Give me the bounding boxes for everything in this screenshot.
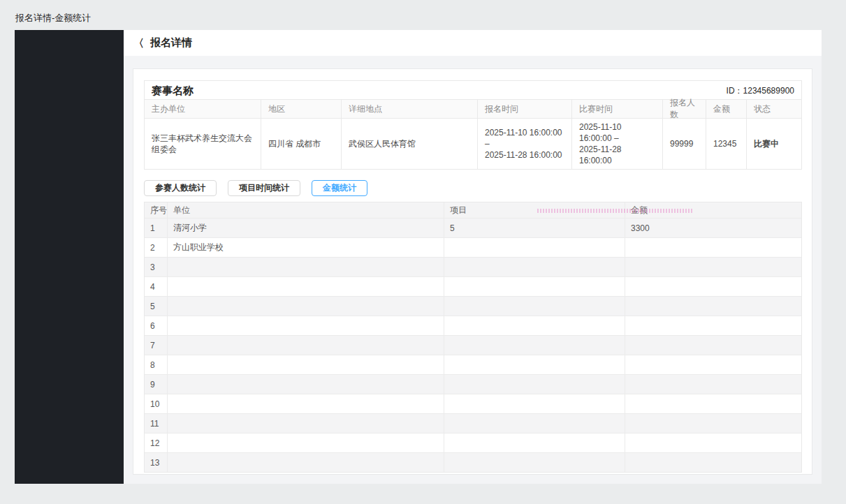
table-cell: 3300 (625, 218, 801, 237)
event-col-header: 报名人数 (663, 100, 706, 118)
table-cell (444, 316, 625, 335)
event-title-row: 赛事名称 ID：12345689900 (145, 81, 801, 99)
table-cell (444, 414, 625, 433)
table-cell (168, 355, 444, 374)
event-col-header: 比赛时间 (572, 100, 663, 118)
table-cell: 方山职业学校 (168, 238, 444, 257)
table-cell: 4 (145, 277, 168, 296)
table-cell (625, 336, 801, 355)
table-cell (444, 297, 625, 316)
table-cell (444, 375, 625, 394)
table-cell (168, 258, 444, 276)
table-cell (444, 433, 625, 452)
stats-col-header: 项目 (444, 202, 625, 218)
tab-0[interactable]: 参赛人数统计 (144, 180, 217, 196)
event-section-title: 赛事名称 (152, 84, 194, 98)
table-cell (625, 258, 801, 276)
table-cell (625, 355, 801, 374)
table-cell (625, 238, 801, 257)
table-cell: 5 (444, 218, 625, 237)
event-table-row: 张三丰杯武术养生交流大会组委会四川省 成都市武侯区人民体育馆2025-11-10… (145, 118, 801, 169)
table-cell: 2 (145, 238, 168, 257)
table-cell (444, 258, 625, 276)
table-row: 5 (145, 296, 801, 316)
event-cell: 2025-11-10 16:00:00 – 2025-11-28 16:00:0… (572, 119, 663, 169)
table-cell: 7 (145, 336, 168, 355)
table-cell: 5 (145, 297, 168, 316)
stats-col-header: 金额 (625, 202, 801, 218)
table-cell (168, 394, 444, 413)
event-col-header: 状态 (747, 100, 801, 118)
status-badge: 比赛中 (747, 119, 801, 169)
table-row: 2方山职业学校 (145, 237, 801, 257)
table-cell: 6 (145, 316, 168, 335)
page-title: 报名详情-金额统计 (15, 12, 91, 24)
table-cell (625, 414, 801, 433)
detail-panel: 赛事名称 ID：12345689900 主办单位地区详细地点报名时间比赛时间报名… (133, 68, 812, 475)
sidebar (15, 30, 124, 484)
tab-1[interactable]: 项目时间统计 (228, 180, 300, 196)
table-cell (625, 453, 801, 472)
table-cell (444, 394, 625, 413)
table-row: 10 (145, 394, 801, 413)
stats-table-body: 1清河小学533002方山职业学校345678910111213 (145, 218, 801, 472)
event-info-box: 赛事名称 ID：12345689900 主办单位地区详细地点报名时间比赛时间报名… (144, 80, 802, 170)
table-cell (625, 277, 801, 296)
table-cell: 12 (145, 433, 168, 452)
event-cell: 张三丰杯武术养生交流大会组委会 (145, 119, 261, 169)
event-cell: 四川省 成都市 (261, 119, 342, 169)
back-icon[interactable]: 〈 (133, 38, 144, 48)
stats-table: 序号单位项目金额 1清河小学533002方山职业学校34567891011121… (144, 202, 802, 473)
event-time-range: 2025-11-10 16:00:00 – 2025-11-28 16:00:0… (485, 127, 564, 161)
event-table-header: 主办单位地区详细地点报名时间比赛时间报名人数金额状态 (145, 99, 801, 118)
event-cell: 2025-11-10 16:00:00 – 2025-11-28 16:00:0… (478, 119, 572, 169)
stats-table-header: 序号单位项目金额 (145, 202, 801, 218)
event-col-header: 主办单位 (145, 100, 261, 118)
table-row: 9 (145, 374, 801, 394)
table-cell: 9 (145, 375, 168, 394)
event-id: ID：12345689900 (727, 85, 794, 97)
table-cell: 10 (145, 394, 168, 413)
table-cell (168, 316, 444, 335)
table-cell (168, 336, 444, 355)
table-cell: 清河小学 (168, 218, 444, 237)
table-cell (625, 316, 801, 335)
table-cell: 3 (145, 258, 168, 276)
table-row: 8 (145, 355, 801, 374)
table-cell (444, 336, 625, 355)
table-cell (168, 277, 444, 296)
table-cell (168, 453, 444, 472)
table-row: 12 (145, 433, 801, 452)
table-row: 4 (145, 276, 801, 296)
tabs: 参赛人数统计项目时间统计金额统计 (144, 180, 801, 196)
main-content: 〈 报名详情 赛事名称 ID：12345689900 主办单位地区详细地点报名时… (124, 30, 822, 484)
stats-col-header: 单位 (168, 202, 444, 218)
page-header: 〈 报名详情 (124, 30, 822, 56)
table-cell (625, 297, 801, 316)
table-row: 7 (145, 335, 801, 355)
table-row: 6 (145, 316, 801, 335)
stats-col-header: 序号 (145, 202, 168, 218)
table-cell (444, 277, 625, 296)
event-col-header: 报名时间 (478, 100, 572, 118)
table-row: 3 (145, 257, 801, 276)
table-row: 13 (145, 452, 801, 472)
table-cell (168, 414, 444, 433)
tab-2[interactable]: 金额统计 (312, 180, 367, 196)
table-cell (625, 375, 801, 394)
event-col-header: 详细地点 (342, 100, 478, 118)
table-row: 11 (145, 413, 801, 433)
event-cell: 12345 (706, 119, 747, 169)
table-cell (444, 453, 625, 472)
event-col-header: 金额 (706, 100, 747, 118)
table-cell (168, 297, 444, 316)
header-title: 报名详情 (150, 36, 192, 50)
table-cell: 8 (145, 355, 168, 374)
table-cell: 1 (145, 218, 168, 237)
table-cell: 11 (145, 414, 168, 433)
event-cell: 99999 (663, 119, 706, 169)
table-cell: 13 (145, 453, 168, 472)
table-cell (168, 433, 444, 452)
event-col-header: 地区 (261, 100, 342, 118)
table-cell (625, 433, 801, 452)
